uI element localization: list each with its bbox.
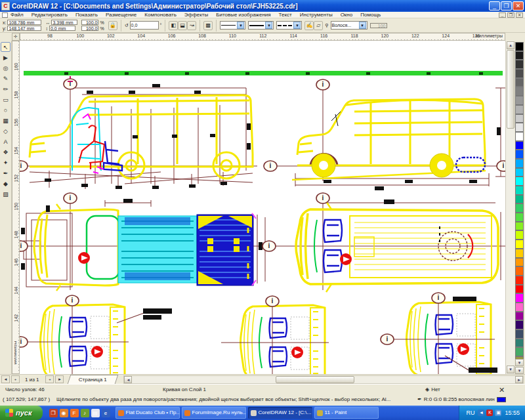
palette-expand-button[interactable]: ▼ xyxy=(515,367,524,374)
vertical-scroll-thumb[interactable] xyxy=(507,50,514,129)
vertical-scrollbar[interactable]: ▲ ▼ xyxy=(505,41,514,374)
scroll-down-button[interactable]: ▼ xyxy=(507,366,514,373)
scroll-right-button[interactable]: ► xyxy=(515,376,523,383)
palette-color-swatch[interactable] xyxy=(515,320,524,329)
palette-color-swatch[interactable] xyxy=(515,105,524,114)
wrap-text-button[interactable]: ▩ xyxy=(203,21,213,30)
palette-color-swatch[interactable] xyxy=(515,141,524,150)
add-page-left-button[interactable]: + xyxy=(11,375,20,383)
start-button[interactable]: пуск xyxy=(0,406,43,420)
menu-item-4[interactable]: Размещение xyxy=(106,12,136,18)
zoom-tool[interactable]: ◎ xyxy=(1,63,10,73)
taskbar-button[interactable]: CorelDRAW 12 - [C:\... xyxy=(248,407,312,419)
menu-item-7[interactable]: Битовые изображения xyxy=(216,12,270,18)
palette-color-swatch[interactable] xyxy=(515,78,524,87)
menu-item-10[interactable]: Окно xyxy=(341,12,353,18)
palette-color-swatch[interactable] xyxy=(515,240,524,249)
green-guideline-bar[interactable] xyxy=(24,71,503,75)
palette-color-swatch[interactable] xyxy=(515,132,524,141)
drawing-canvas[interactable]: i xyxy=(20,41,505,374)
palette-color-swatch[interactable] xyxy=(515,276,524,285)
convert-to-curve-button[interactable]: ↝ xyxy=(187,21,196,30)
show-desktop-icon[interactable]: ❐ xyxy=(49,409,58,417)
palette-color-swatch[interactable] xyxy=(515,195,524,204)
notepad-icon[interactable]: ▤ xyxy=(91,409,100,417)
antivirus-icon[interactable]: K xyxy=(486,410,493,416)
menu-item-5[interactable]: Компоновать xyxy=(144,12,177,18)
y-position-field[interactable]: 148,147 mm xyxy=(7,26,41,31)
cab-top-view-1[interactable] xyxy=(21,297,172,374)
taskbar-button[interactable]: Fiat Ducato Club • Пр... xyxy=(116,407,180,419)
palette-color-swatch[interactable] xyxy=(515,213,524,222)
ruler-origin-button[interactable]: ✛ xyxy=(12,33,20,41)
palette-color-swatch[interactable] xyxy=(515,347,524,356)
close-button[interactable]: ✕ xyxy=(513,1,524,10)
palette-color-swatch[interactable] xyxy=(515,114,524,123)
media-player-icon[interactable]: ♪ xyxy=(81,409,89,417)
object-height-field[interactable]: 0,0 mm xyxy=(49,26,75,31)
palette-color-swatch[interactable] xyxy=(515,285,524,294)
palette-color-swatch[interactable] xyxy=(515,69,524,78)
menu-item-3[interactable]: Показать xyxy=(75,12,98,18)
interactive-blend-tool[interactable]: ❖ xyxy=(1,147,10,157)
browser-icon[interactable]: ◉ xyxy=(60,409,68,417)
basic-shapes-tool[interactable]: ◇ xyxy=(1,126,10,136)
palette-color-swatch[interactable] xyxy=(515,96,524,105)
palette-scroll-down-button[interactable]: ▼ xyxy=(515,359,524,366)
palette-color-swatch[interactable] xyxy=(515,150,524,159)
palette-color-swatch[interactable] xyxy=(515,177,524,186)
scale-x-field[interactable]: 100,0 xyxy=(81,20,98,25)
mirror-horizontal-button[interactable]: ◧ xyxy=(169,21,178,30)
palette-color-swatch[interactable] xyxy=(515,258,524,267)
first-page-button[interactable]: ◄ xyxy=(1,375,10,383)
palette-color-swatch[interactable] xyxy=(515,60,524,69)
doc-restore-button[interactable]: ❐ xyxy=(507,12,514,18)
ie-icon[interactable]: e xyxy=(102,409,110,417)
outline-pen-tool[interactable]: ✒ xyxy=(1,168,10,178)
add-page-right-button[interactable]: + xyxy=(45,375,54,383)
graph-paper-tool[interactable]: ▦ xyxy=(1,116,10,125)
menu-item-2[interactable]: Редактировать xyxy=(32,12,68,18)
palette-color-swatch[interactable] xyxy=(515,329,524,339)
freehand-smoothing-button[interactable]: ✍ xyxy=(304,21,314,30)
horizontal-ruler[interactable]: ✛ 98100102104106108110112114116118120122… xyxy=(0,33,525,41)
palette-color-swatch[interactable] xyxy=(515,203,524,213)
smart-drawing-tool[interactable]: ✏ xyxy=(1,84,10,94)
palette-color-swatch[interactable] xyxy=(515,168,524,177)
mirror-vertical-button[interactable]: ⬓ xyxy=(178,21,187,30)
taskbar-button[interactable]: 11 - Paint xyxy=(314,407,379,419)
van-side-view-clean[interactable] xyxy=(269,84,505,190)
outline-style-dropdown[interactable]: ▼ xyxy=(248,21,274,30)
last-page-button[interactable]: ► xyxy=(55,375,64,383)
palette-color-swatch[interactable] xyxy=(515,159,524,168)
scroll-left-button[interactable]: ◄ xyxy=(124,376,132,383)
lock-ratio-button[interactable]: 🔒 xyxy=(108,21,117,30)
horizontal-scrollbar[interactable]: ◄ ► xyxy=(123,375,524,384)
language-indicator[interactable]: RU xyxy=(466,410,474,416)
palette-color-swatch[interactable] xyxy=(515,266,524,276)
restore-button[interactable]: ❐ xyxy=(501,1,512,10)
van-top-view-yellow[interactable] xyxy=(269,198,505,292)
x-position-field[interactable]: 108,786 mm xyxy=(7,20,41,25)
cab-top-view-3[interactable] xyxy=(387,294,497,374)
menu-item-8[interactable]: Текст xyxy=(279,12,292,18)
page-tab[interactable]: Страница 1 xyxy=(68,375,118,384)
scroll-up-button[interactable]: ▲ xyxy=(507,41,514,49)
doc-close-button[interactable]: ✕ xyxy=(516,12,523,18)
eyedropper-tool[interactable]: ✦ xyxy=(1,158,10,167)
clock[interactable]: 15:55 xyxy=(505,410,520,416)
doc-minimize-button[interactable]: _ xyxy=(499,12,506,18)
menu-item-11[interactable]: Помощь xyxy=(360,12,381,18)
palette-color-swatch[interactable] xyxy=(515,303,524,312)
rotation-field[interactable]: 0,0 xyxy=(130,21,159,30)
firefox-icon[interactable]: F xyxy=(70,409,79,417)
freehand-tool[interactable]: ✎ xyxy=(1,74,10,83)
menu-item-9[interactable]: Инструменты xyxy=(300,12,333,18)
palette-color-swatch[interactable] xyxy=(515,222,524,231)
taskbar-button[interactable]: ForumImage.Ru нуль... xyxy=(182,407,246,419)
vertical-ruler[interactable]: 160158156154152150148146144142 миллиметр… xyxy=(12,41,20,374)
scale-y-field[interactable]: 100,0 xyxy=(81,26,98,31)
van-top-view-colored[interactable] xyxy=(21,198,268,291)
cab-top-view-2[interactable] xyxy=(221,297,329,374)
reduce-nodes-button[interactable]: ▱ xyxy=(314,21,323,30)
